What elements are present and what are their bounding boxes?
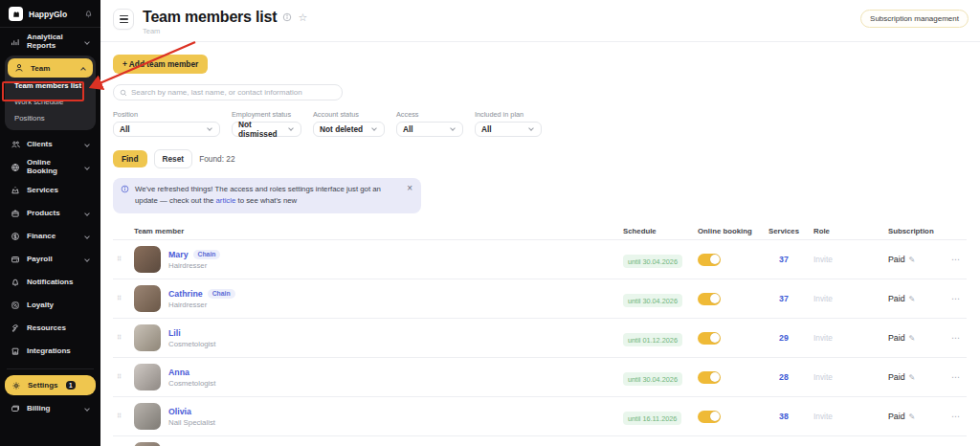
- online-booking-toggle[interactable]: [698, 254, 721, 266]
- table-row: ⠿ Lili Cosmetologist until 01.12.2026 29…: [113, 318, 967, 357]
- chevron-down-icon: [288, 125, 294, 131]
- article-link[interactable]: article: [216, 196, 236, 205]
- chevron-down-icon: [207, 125, 212, 131]
- sidebar-item-team[interactable]: Team: [8, 58, 93, 78]
- row-menu-icon[interactable]: ⋯: [946, 412, 967, 421]
- edit-pencil-icon[interactable]: ✎: [909, 256, 916, 264]
- favorite-star-icon[interactable]: ☆: [298, 12, 307, 23]
- search-input[interactable]: [131, 88, 336, 97]
- find-button[interactable]: Find: [113, 150, 147, 167]
- notifications-bell-icon[interactable]: [84, 10, 93, 18]
- sidebar-item-clients[interactable]: Clients: [5, 133, 96, 156]
- avatar: [134, 403, 161, 430]
- filter-value: All: [481, 124, 492, 134]
- role-invite-link[interactable]: Invite: [807, 372, 883, 382]
- banner-close-icon[interactable]: ×: [407, 184, 412, 193]
- schedule-badge[interactable]: until 01.12.2026: [623, 333, 682, 346]
- sidebar-item-positions[interactable]: Positions: [8, 110, 93, 126]
- member-name-link[interactable]: Anna: [168, 368, 189, 377]
- edit-pencil-icon[interactable]: ✎: [909, 295, 916, 303]
- role-invite-link[interactable]: Invite: [807, 294, 883, 303]
- reset-button[interactable]: Reset: [154, 149, 193, 168]
- sidebar-subitem-label: Team members list: [14, 81, 81, 90]
- sidebar-item-label: Integrations: [27, 347, 91, 356]
- sidebar: HappyGlo Analytical Reports Team Te: [0, 0, 100, 446]
- menu-toggle-button[interactable]: [113, 9, 134, 30]
- sidebar-item-settings[interactable]: Settings 1: [5, 375, 96, 395]
- sidebar-item-finance[interactable]: Finance: [5, 225, 96, 248]
- sidebar-item-label: Analytical Reports: [27, 33, 79, 51]
- filter-access: Access All: [396, 110, 463, 137]
- edit-pencil-icon[interactable]: ✎: [909, 373, 916, 382]
- sidebar-nav: Analytical Reports Team Team members lis…: [0, 28, 100, 420]
- info-icon[interactable]: [282, 12, 292, 22]
- drag-handle-icon[interactable]: ⠿: [113, 256, 130, 263]
- add-team-member-button[interactable]: + Add team member: [113, 55, 208, 74]
- row-menu-icon[interactable]: ⋯: [946, 372, 967, 382]
- role-invite-link[interactable]: Invite: [807, 333, 883, 343]
- edit-pencil-icon[interactable]: ✎: [909, 334, 916, 343]
- row-menu-icon[interactable]: ⋯: [946, 255, 967, 264]
- filter-select[interactable]: Not dismissed: [232, 122, 301, 137]
- filter-select[interactable]: All: [396, 122, 463, 137]
- drag-handle-icon[interactable]: ⠿: [113, 373, 130, 381]
- role-invite-link[interactable]: Invite: [807, 255, 883, 264]
- sidebar-item-online-booking[interactable]: Online Booking: [5, 156, 96, 179]
- services-count-link[interactable]: 28: [761, 372, 807, 382]
- filter-label: Employment status: [232, 110, 301, 119]
- schedule-badge[interactable]: until 30.04.2026: [623, 294, 682, 307]
- sidebar-item-billing[interactable]: Billing: [5, 397, 96, 420]
- chevron-down-icon: [84, 39, 90, 45]
- sidebar-item-analytical-reports[interactable]: Analytical Reports: [5, 31, 96, 54]
- column-services: Services: [761, 227, 807, 235]
- chevron-down-icon: [84, 234, 90, 239]
- services-count-link[interactable]: 29: [761, 333, 807, 343]
- schedule-badge[interactable]: until 30.04.2026: [623, 372, 682, 386]
- services-count-link[interactable]: 38: [761, 412, 807, 421]
- services-count-link[interactable]: 37: [761, 294, 807, 303]
- drag-handle-icon[interactable]: ⠿: [113, 334, 130, 342]
- schedule-badge[interactable]: until 30.04.2026: [623, 255, 682, 268]
- online-booking-toggle[interactable]: [698, 293, 721, 305]
- clients-icon: [10, 140, 21, 149]
- found-count: Found: 22: [199, 154, 234, 164]
- services-count-link[interactable]: 37: [761, 255, 807, 264]
- filter-select[interactable]: All: [113, 122, 220, 137]
- schedule-badge[interactable]: until 16.11.2026: [623, 412, 681, 425]
- sidebar-item-label: Payroll: [27, 256, 79, 264]
- table-row: ⠿ Anna Cosmetologist until 30.04.2026 28…: [113, 357, 967, 396]
- row-menu-icon[interactable]: ⋯: [946, 294, 967, 303]
- sidebar-item-resources[interactable]: Resources: [5, 317, 96, 340]
- row-menu-icon[interactable]: ⋯: [946, 333, 967, 343]
- sidebar-item-integrations[interactable]: Integrations: [5, 340, 96, 363]
- sidebar-item-payroll[interactable]: Payroll: [5, 248, 96, 271]
- banner-info-icon: [121, 185, 129, 207]
- online-booking-toggle[interactable]: [698, 371, 721, 384]
- role-invite-link[interactable]: Invite: [807, 412, 883, 421]
- table-row: ⠿ Olivia Nail Specialist until 16.11.202…: [113, 396, 967, 435]
- filter-select[interactable]: All: [475, 122, 542, 137]
- chevron-down-icon: [84, 142, 90, 147]
- sidebar-item-services[interactable]: Services: [5, 179, 96, 202]
- filter-select[interactable]: Not deleted: [313, 122, 385, 137]
- sidebar-item-products[interactable]: Products: [5, 202, 96, 225]
- sidebar-item-team-members-list[interactable]: Team members list: [8, 78, 93, 94]
- sidebar-item-work-schedule[interactable]: Work schedule: [8, 94, 93, 110]
- filter-account-status: Account status Not deleted: [313, 110, 385, 137]
- sidebar-item-loyalty[interactable]: Loyalty: [5, 294, 96, 317]
- member-name-link[interactable]: Mary: [168, 250, 189, 259]
- drag-handle-icon[interactable]: ⠿: [113, 295, 130, 302]
- member-name-link[interactable]: Lili: [168, 328, 181, 338]
- online-booking-toggle[interactable]: [698, 332, 721, 345]
- member-name-link[interactable]: Olivia: [168, 407, 191, 416]
- sidebar-item-notifications[interactable]: Notifications: [5, 271, 96, 294]
- team-section: Team Team members list Work schedule Pos…: [5, 56, 96, 130]
- app-logo[interactable]: [9, 7, 23, 21]
- edit-pencil-icon[interactable]: ✎: [909, 413, 916, 421]
- online-booking-toggle[interactable]: [698, 411, 721, 423]
- search-box[interactable]: [113, 84, 343, 100]
- subscription-management-button[interactable]: Subscription management: [860, 10, 969, 28]
- drag-handle-icon[interactable]: ⠿: [113, 413, 130, 420]
- filter-label: Access: [396, 110, 463, 119]
- member-name-link[interactable]: Cathrine: [168, 289, 203, 299]
